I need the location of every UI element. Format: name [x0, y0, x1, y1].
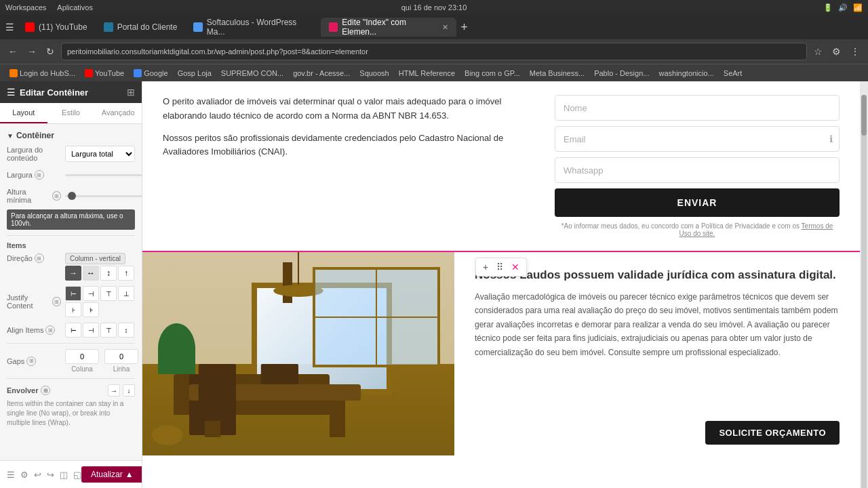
direction-right-button[interactable]: → [65, 266, 81, 281]
browser-menu-button[interactable]: ☰ [3, 20, 17, 34]
new-tab-button[interactable]: + [456, 20, 472, 35]
bookmark-gov[interactable]: gov.br - Acesse... [289, 68, 354, 79]
elementor-panel: ☰ Editar Contêiner ⊞ Layout Estilo Avanç… [0, 81, 142, 488]
tab-advanced[interactable]: Avançado [94, 103, 142, 123]
align-end-button[interactable]: ⊤ [100, 323, 117, 338]
bookmark-button[interactable]: ☆ [811, 45, 825, 58]
tab-close-icon[interactable]: ✕ [442, 23, 448, 32]
tab-style[interactable]: Estilo [47, 103, 95, 123]
tab-portal[interactable]: Portal do Cliente [96, 18, 186, 37]
bookmark-google[interactable]: Google [130, 68, 172, 79]
gaps-control: Coluna Linha 🔗 [65, 349, 142, 373]
min-height-row: Altura mínima ⊞ px [7, 188, 135, 204]
form-email-input[interactable] [555, 126, 840, 152]
bookmark-gosp[interactable]: Gosp Loja [174, 68, 216, 79]
toolbar-add-button[interactable]: + [480, 260, 491, 274]
solicite-orcamento-button[interactable]: SOLICITE ORÇAMENTO [705, 421, 840, 445]
extensions-button[interactable]: ⚙ [829, 45, 844, 58]
tab-layout[interactable]: Layout [0, 103, 47, 123]
align-start-button[interactable]: ⊢ [65, 323, 81, 338]
form-name-input[interactable] [555, 95, 840, 121]
toolbar-close-button[interactable]: ✕ [509, 260, 522, 274]
align-stretch-button[interactable]: ↕ [118, 323, 134, 338]
align-control: ⊢ ⊣ ⊤ ↕ [65, 323, 135, 338]
bookmark-youtube[interactable]: YouTube [81, 68, 128, 79]
justify-start-button[interactable]: ⊢ [65, 286, 81, 301]
room-svg [142, 252, 454, 455]
bookmark-seart[interactable]: SeArt [719, 68, 747, 79]
form-submit-button[interactable]: ENVIAR [555, 188, 840, 217]
width-slider[interactable] [65, 174, 142, 176]
direction-left-button[interactable]: ↔ [83, 266, 99, 281]
undo-icon[interactable]: ↩ [34, 470, 41, 480]
preview-icon[interactable]: ◱ [73, 470, 81, 480]
width-control: % [65, 167, 142, 182]
panel-tabs: Layout Estilo Avançado [0, 103, 142, 124]
update-button[interactable]: Atualizar ▲ [81, 466, 142, 483]
direction-up-button[interactable]: ↑ [118, 266, 134, 281]
main-layout: ☰ Editar Contêiner ⊞ Layout Estilo Avanç… [0, 81, 868, 488]
form-whatsapp-input[interactable] [555, 157, 840, 183]
tab-youtube[interactable]: (11) YouTube [17, 18, 96, 37]
settings-icon[interactable]: ⚙ [20, 470, 28, 480]
template-icon[interactable]: ◫ [60, 470, 68, 480]
bookmark-washington[interactable]: washingtonicio... [654, 68, 717, 79]
workspaces-label[interactable]: Workspaces [5, 3, 46, 12]
panel-grid-icon[interactable]: ⊞ [127, 87, 135, 98]
top-content-section: O perito avaliador de imóveis vai determ… [142, 81, 860, 251]
bookmark-icon-youtube [85, 69, 93, 77]
divider-3 [7, 378, 135, 379]
bookmark-bing[interactable]: Bing com o GP... [460, 68, 524, 79]
container-section-toggle[interactable]: ▼ Contêiner [7, 131, 135, 140]
bookmark-supremo[interactable]: SUPREMO CON... [217, 68, 288, 79]
direction-info-icon: ⊞ [35, 253, 44, 263]
bookmark-pablo[interactable]: Pablo - Design... [590, 68, 653, 79]
wrap-note: Items within the container can stay in a… [7, 399, 135, 428]
reload-button[interactable]: ↻ [43, 45, 57, 58]
preview-inner: O perito avaliador de imóveis vai determ… [142, 81, 860, 488]
content-width-select[interactable]: Largura total Largura do site [65, 146, 135, 162]
tab-softaculous[interactable]: Softaculous - WordPress Ma... [185, 18, 321, 37]
justify-end-button[interactable]: ⊤ [100, 286, 117, 301]
bookmark-meta[interactable]: Meta Business... [526, 68, 589, 79]
gap-column-input[interactable] [65, 349, 99, 364]
bookmark-squoosh[interactable]: Squoosh [355, 68, 393, 79]
panel-menu-icon[interactable]: ☰ [7, 87, 16, 98]
align-center-button[interactable]: ⊣ [83, 323, 99, 338]
min-height-slider[interactable] [65, 195, 142, 197]
browser-more-button[interactable]: ⋮ [848, 45, 863, 58]
align-buttons: ⊢ ⊣ ⊤ ↕ [65, 323, 135, 338]
justify-label: Justify Content ⊞ [7, 293, 61, 310]
gaps-label: Gaps ⊞ [7, 357, 61, 366]
aplicativos-label[interactable]: Aplicativos [57, 3, 93, 12]
tab-favicon-yt [25, 22, 35, 32]
tab-elementor[interactable]: Edite "Index" com Elemen... ✕ [321, 18, 456, 37]
browser-chrome: ☰ (11) YouTube Portal do Cliente Softacu… [0, 15, 868, 81]
gap-column-label: Coluna [71, 365, 93, 373]
align-row: Align Items ⊞ ⊢ ⊣ ⊤ ↕ [7, 323, 135, 338]
room-background [142, 252, 454, 455]
wrap-collapse-button[interactable]: ↓ [123, 384, 135, 396]
align-label: Align Items ⊞ [7, 325, 61, 335]
right-scrollbar[interactable] [860, 81, 868, 488]
toolbar-move-button[interactable]: ⠿ [494, 260, 506, 274]
justify-space-between-button[interactable]: ⊥ [118, 286, 134, 301]
justify-space-evenly-button[interactable]: ⊧ [83, 302, 99, 317]
justify-space-around-button[interactable]: ⊦ [65, 302, 81, 317]
min-height-control: px [65, 188, 142, 203]
wrap-expand-button[interactable]: → [108, 384, 120, 396]
direction-down-button[interactable]: ↕ [100, 266, 117, 281]
redo-icon[interactable]: ↪ [47, 470, 54, 480]
forward-button[interactable]: → [24, 45, 39, 58]
bookmark-html-ref[interactable]: HTML Reference [395, 68, 459, 79]
justify-center-button[interactable]: ⊣ [83, 286, 99, 301]
back-button[interactable]: ← [5, 45, 20, 58]
url-bar[interactable]: peritoimobiliario.consultoriamktdigital.… [61, 43, 807, 60]
scrollbar-thumb[interactable] [861, 95, 867, 136]
height-tooltip: Para alcançar a altura máxima, use o 100… [7, 209, 135, 230]
os-bar: Workspaces Aplicativos qui 16 de nov 23:… [0, 0, 868, 15]
bookmarks-bar: Login do HubS... YouTube Google Gosp Loj… [0, 64, 868, 81]
bookmark-hubspot[interactable]: Login do HubS... [5, 68, 79, 79]
history-icon[interactable]: ☰ [7, 470, 15, 480]
gap-row-input[interactable] [104, 349, 138, 364]
